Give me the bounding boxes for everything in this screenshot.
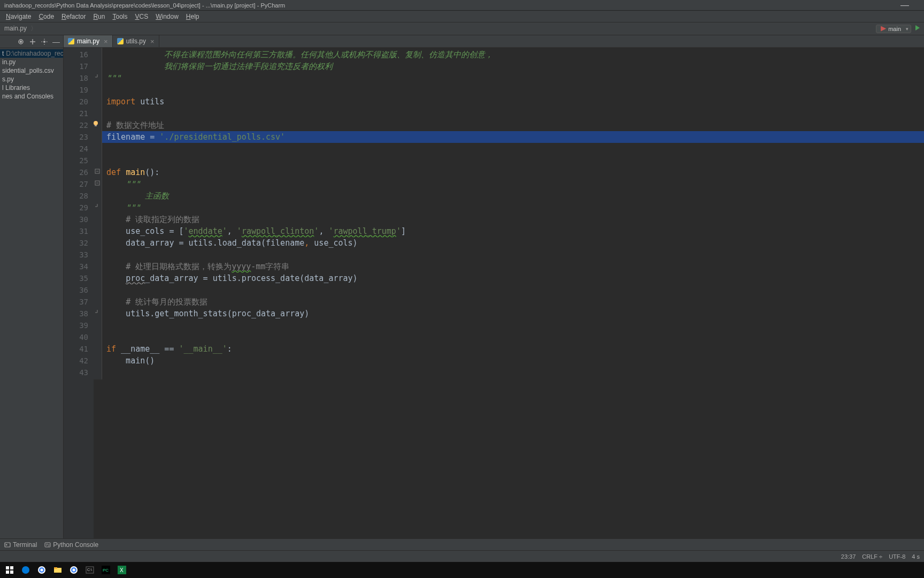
project-tree[interactable]: t D:\chinahadoop_records\in.pysidential_… bbox=[0, 48, 63, 102]
taskbar-cmd-icon[interactable]: C:\ bbox=[82, 562, 97, 577]
taskbar-edge-icon[interactable] bbox=[18, 562, 33, 577]
line-number[interactable]: 38 bbox=[64, 308, 94, 320]
code-line[interactable]: """ bbox=[102, 202, 924, 214]
taskbar-pycharm-icon[interactable]: PC bbox=[98, 562, 113, 577]
close-tab-icon[interactable]: × bbox=[150, 37, 155, 45]
fold-icon[interactable] bbox=[95, 72, 100, 84]
code-line[interactable]: 主函数 bbox=[102, 190, 924, 202]
code-line[interactable] bbox=[102, 143, 924, 155]
line-number[interactable]: 40 bbox=[64, 331, 94, 343]
line-number[interactable]: 20 bbox=[64, 96, 94, 108]
collapse-all-icon[interactable] bbox=[29, 38, 36, 45]
code-line[interactable]: # 数据文件地址 bbox=[102, 119, 924, 131]
line-separator[interactable]: CRLF ÷ bbox=[862, 553, 882, 560]
code-line[interactable]: # 读取指定列的数据 bbox=[102, 214, 924, 225]
code-line[interactable]: 不得在课程范围外向任何第三方散播。任何其他人或机构不得盗版、复制、仿造其中的创意… bbox=[102, 49, 924, 60]
line-number[interactable]: 24 bbox=[64, 143, 94, 155]
line-number[interactable]: 32 bbox=[64, 237, 94, 249]
line-number[interactable]: 37 bbox=[64, 296, 94, 308]
taskbar-file-explorer-icon[interactable] bbox=[50, 562, 65, 577]
line-number[interactable]: 26 bbox=[64, 166, 94, 178]
tree-item[interactable]: in.py bbox=[0, 58, 63, 66]
taskbar-excel-icon[interactable]: X bbox=[114, 562, 129, 577]
menu-refactor[interactable]: Refactor bbox=[58, 13, 89, 20]
line-number[interactable]: 16 bbox=[64, 49, 94, 60]
fold-icon[interactable] bbox=[95, 202, 100, 214]
code-line[interactable]: # 统计每月的投票数据 bbox=[102, 296, 924, 308]
select-opened-file-icon[interactable] bbox=[17, 38, 25, 45]
menu-run[interactable]: Run bbox=[89, 13, 109, 20]
editor-tab-utils-py[interactable]: utils.py× bbox=[113, 35, 159, 47]
code-line[interactable] bbox=[102, 320, 924, 331]
fold-icon[interactable] bbox=[95, 308, 100, 320]
run-button[interactable] bbox=[914, 25, 921, 33]
taskbar-start-icon[interactable] bbox=[2, 562, 17, 577]
minimize-panel-icon[interactable]: — bbox=[52, 38, 60, 45]
line-number[interactable]: 34 bbox=[64, 261, 94, 272]
line-number[interactable]: 35 bbox=[64, 272, 94, 284]
minimize-icon[interactable]: — bbox=[900, 0, 909, 10]
code-line[interactable]: data_array = utils.load_data(filename, u… bbox=[102, 237, 924, 249]
code-line[interactable] bbox=[102, 249, 924, 261]
editor-tab-main-py[interactable]: main.py× bbox=[64, 35, 113, 47]
line-number[interactable]: 42 bbox=[64, 355, 94, 367]
menu-help[interactable]: Help bbox=[182, 13, 203, 20]
code-line[interactable] bbox=[102, 108, 924, 119]
terminal-tool-window-button[interactable]: Terminal bbox=[4, 541, 37, 549]
line-number[interactable]: 27 bbox=[64, 178, 94, 190]
menu-navigate[interactable]: Navigate bbox=[2, 13, 35, 20]
menu-window[interactable]: Window bbox=[152, 13, 182, 20]
line-number[interactable]: 22 bbox=[64, 119, 94, 131]
code-line[interactable] bbox=[102, 284, 924, 296]
tree-item[interactable]: l Libraries bbox=[0, 83, 63, 92]
line-number[interactable]: 33 bbox=[64, 249, 94, 261]
intention-bulb-icon[interactable] bbox=[93, 119, 99, 131]
code-line[interactable] bbox=[102, 331, 924, 343]
code-line[interactable]: use_cols = ['enddate', 'rawpoll_clinton'… bbox=[102, 225, 924, 237]
code-line[interactable]: filename = './presidential_polls.csv' bbox=[102, 131, 924, 143]
code-line[interactable]: import utils bbox=[102, 96, 924, 108]
line-number[interactable]: 23 bbox=[64, 131, 94, 143]
fold-icon[interactable] bbox=[95, 166, 100, 178]
indent-setting[interactable]: 4 s bbox=[912, 553, 920, 560]
tree-item[interactable]: s.py bbox=[0, 75, 63, 83]
line-number[interactable]: 21 bbox=[64, 108, 94, 119]
line-number[interactable]: 29 bbox=[64, 202, 94, 214]
fold-icon[interactable] bbox=[95, 178, 100, 190]
tree-item[interactable]: t D:\chinahadoop_records\ bbox=[0, 49, 63, 58]
run-config-selector[interactable]: main bbox=[876, 25, 911, 33]
code-content[interactable]: 不得在课程范围外向任何第三方散播。任何其他人或机构不得盗版、复制、仿造其中的创意… bbox=[102, 48, 924, 538]
code-line[interactable]: proc_data_array = utils.process_date(dat… bbox=[102, 272, 924, 284]
python-console-tool-window-button[interactable]: Py Python Console bbox=[44, 541, 98, 549]
tree-item[interactable]: nes and Consoles bbox=[0, 92, 63, 101]
code-line[interactable]: # 处理日期格式数据，转换为yyyy-mm字符串 bbox=[102, 261, 924, 272]
tree-item[interactable]: sidential_polls.csv bbox=[0, 66, 63, 75]
code-line[interactable]: utils.get_month_stats(proc_data_array) bbox=[102, 308, 924, 320]
line-number[interactable]: 41 bbox=[64, 343, 94, 355]
file-encoding[interactable]: UTF-8 bbox=[889, 553, 905, 560]
menu-tools[interactable]: Tools bbox=[109, 13, 131, 20]
line-number[interactable]: 39 bbox=[64, 320, 94, 331]
code-editor[interactable]: 1617181920212223242526272829303132333435… bbox=[64, 48, 924, 538]
code-line[interactable] bbox=[102, 155, 924, 166]
line-number[interactable]: 30 bbox=[64, 214, 94, 225]
taskbar-chrome-icon[interactable] bbox=[34, 562, 49, 577]
taskbar-chrome2-icon[interactable] bbox=[66, 562, 81, 577]
settings-icon[interactable] bbox=[41, 38, 48, 45]
line-number[interactable]: 19 bbox=[64, 84, 94, 96]
cursor-position[interactable]: 23:37 bbox=[841, 553, 856, 560]
code-line[interactable]: main() bbox=[102, 355, 924, 367]
code-line[interactable] bbox=[102, 367, 924, 378]
code-line[interactable]: def main(): bbox=[102, 166, 924, 178]
menu-code[interactable]: Code bbox=[35, 13, 58, 20]
line-number[interactable]: 25 bbox=[64, 155, 94, 166]
line-number[interactable]: 43 bbox=[64, 367, 94, 378]
code-line[interactable] bbox=[102, 84, 924, 96]
line-number[interactable]: 17 bbox=[64, 60, 94, 72]
code-line[interactable]: """ bbox=[102, 72, 924, 84]
line-number[interactable]: 28 bbox=[64, 190, 94, 202]
menu-vcs[interactable]: VCS bbox=[131, 13, 152, 20]
code-line[interactable]: 我们将保留一切通过法律手段追究违反者的权利 bbox=[102, 60, 924, 72]
line-number[interactable]: 36 bbox=[64, 284, 94, 296]
code-line[interactable]: if __name__ == '__main__': bbox=[102, 343, 924, 355]
